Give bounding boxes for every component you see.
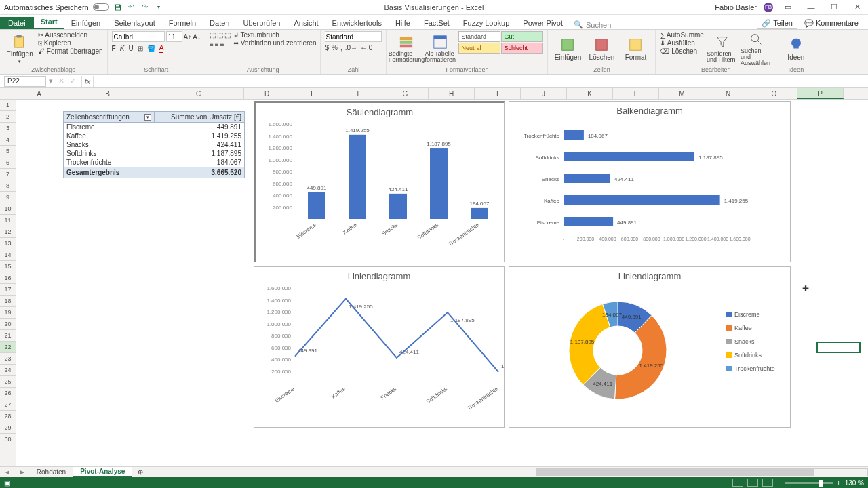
- row-header-12[interactable]: 12: [0, 226, 16, 238]
- sheet-tab-rohdaten[interactable]: Rohdaten: [30, 468, 73, 476]
- zoom-level[interactable]: 130 %: [845, 479, 864, 487]
- inc-decimal-icon[interactable]: .0→: [345, 44, 357, 52]
- page-break-view-icon[interactable]: [762, 479, 773, 487]
- col-header-P[interactable]: P: [797, 88, 844, 99]
- page-layout-view-icon[interactable]: [747, 479, 758, 487]
- minimize-icon[interactable]: —: [803, 1, 819, 14]
- ideas-button[interactable]: Ideen: [781, 31, 812, 66]
- row-header-28[interactable]: 28: [0, 411, 16, 422]
- row-header-2[interactable]: 2: [0, 111, 16, 123]
- tab-help[interactable]: Hilfe: [389, 17, 417, 29]
- chart-column[interactable]: Säulendiagramm -200.000400.000600.000800…: [254, 101, 505, 262]
- format-as-table-button[interactable]: Als Tabelle formatieren: [425, 31, 456, 66]
- col-header-M[interactable]: M: [659, 88, 705, 99]
- cells[interactable]: Zeilenbeschriftungen▾ Summe von Umsatz […: [16, 100, 868, 466]
- align-middle-icon[interactable]: ⬚: [217, 31, 223, 39]
- accept-formula-icon[interactable]: ✓: [67, 77, 79, 85]
- col-header-L[interactable]: L: [613, 88, 659, 99]
- horizontal-scrollbar[interactable]: [536, 468, 868, 476]
- row-header-1[interactable]: 1: [0, 100, 16, 111]
- row-header-11[interactable]: 11: [0, 215, 16, 226]
- tab-data[interactable]: Daten: [203, 17, 236, 29]
- cancel-formula-icon[interactable]: ✕: [56, 77, 67, 85]
- row-header-23[interactable]: 23: [0, 353, 16, 365]
- add-sheet-icon[interactable]: ⊕: [132, 468, 149, 476]
- undo-icon[interactable]: ↶: [127, 3, 136, 12]
- pivot-row[interactable]: Snacks424.411: [63, 140, 245, 149]
- row-header-13[interactable]: 13: [0, 238, 16, 249]
- wrap-text-button[interactable]: ↲ Textumbruch: [233, 31, 317, 39]
- col-header-E[interactable]: E: [290, 88, 336, 99]
- row-header-27[interactable]: 27: [0, 399, 16, 411]
- cells-format-button[interactable]: Format: [620, 31, 651, 66]
- row-header-24[interactable]: 24: [0, 365, 16, 376]
- italic-button[interactable]: K: [120, 45, 125, 52]
- tab-view[interactable]: Ansicht: [287, 17, 325, 29]
- name-box[interactable]: P22: [4, 76, 46, 87]
- merge-button[interactable]: ⬌ Verbinden und zentrieren: [233, 39, 317, 47]
- row-header-21[interactable]: 21: [0, 330, 16, 342]
- clear-button[interactable]: ⌫ Löschen: [660, 47, 703, 55]
- row-header-3[interactable]: 3: [0, 123, 16, 134]
- col-header-C[interactable]: C: [153, 88, 244, 99]
- bold-button[interactable]: F: [112, 45, 116, 52]
- zoom-out-icon[interactable]: −: [777, 479, 781, 487]
- align-top-icon[interactable]: ⬚: [210, 31, 216, 39]
- col-header-F[interactable]: F: [336, 88, 382, 99]
- fx-icon[interactable]: fx: [81, 76, 94, 87]
- row-header-19[interactable]: 19: [0, 307, 16, 319]
- cells-insert-button[interactable]: Einfügen: [552, 31, 583, 66]
- number-format-select[interactable]: [325, 31, 382, 42]
- row-header-15[interactable]: 15: [0, 261, 16, 272]
- col-header-A[interactable]: A: [16, 88, 62, 99]
- comma-icon[interactable]: ,: [340, 44, 342, 52]
- select-all-corner[interactable]: [0, 88, 16, 100]
- row-header-5[interactable]: 5: [0, 146, 16, 157]
- pivot-filter-dropdown[interactable]: ▾: [144, 114, 151, 121]
- sort-filter-button[interactable]: Sortieren und Filtern: [707, 31, 738, 66]
- normal-view-icon[interactable]: [732, 479, 743, 487]
- border-button[interactable]: ⊞: [138, 45, 143, 52]
- autosum-button[interactable]: ∑ AutoSumme: [660, 31, 703, 39]
- col-header-G[interactable]: G: [382, 88, 429, 99]
- font-name-input[interactable]: [112, 31, 165, 42]
- cells-delete-button[interactable]: Löschen: [586, 31, 617, 66]
- tab-dev[interactable]: Entwicklertools: [326, 17, 389, 29]
- tab-file[interactable]: Datei: [0, 17, 34, 29]
- col-header-H[interactable]: H: [429, 88, 475, 99]
- style-gut[interactable]: Gut: [501, 31, 543, 42]
- close-icon[interactable]: ✕: [849, 1, 865, 14]
- zoom-in-icon[interactable]: +: [837, 479, 841, 487]
- underline-button[interactable]: U: [128, 45, 133, 52]
- copy-button[interactable]: ⎘ Kopieren: [38, 39, 103, 47]
- user-avatar[interactable]: FB: [764, 3, 773, 12]
- chart-bar[interactable]: Balkendiagramm 184.067Trockenfrüchte1.18…: [509, 101, 791, 262]
- fill-button[interactable]: ⬇ Ausfüllen: [660, 39, 703, 47]
- row-header-17[interactable]: 17: [0, 284, 16, 296]
- col-header-J[interactable]: J: [521, 88, 567, 99]
- tab-insert[interactable]: Einfügen: [64, 17, 107, 29]
- save-icon[interactable]: [113, 3, 123, 12]
- col-header-B[interactable]: B: [62, 88, 153, 99]
- font-size-input[interactable]: [166, 31, 182, 42]
- col-header-O[interactable]: O: [751, 88, 797, 99]
- row-header-16[interactable]: 16: [0, 272, 16, 284]
- chart-doughnut[interactable]: Liniendiagramm 449.8911.419.255424.4111.…: [509, 266, 791, 428]
- tab-powerpivot[interactable]: Power Pivot: [516, 17, 570, 29]
- row-header-14[interactable]: 14: [0, 249, 16, 261]
- tab-formulas[interactable]: Formeln: [162, 17, 203, 29]
- pivot-row[interactable]: Softdrinks1.187.895: [63, 149, 245, 158]
- currency-icon[interactable]: $: [325, 44, 329, 52]
- tab-start[interactable]: Start: [34, 16, 64, 29]
- row-header-4[interactable]: 4: [0, 134, 16, 146]
- redo-icon[interactable]: ↷: [140, 3, 150, 12]
- paste-button[interactable]: Einfügen▾: [4, 31, 35, 66]
- pivot-row[interactable]: Trockenfrüchte184.067: [63, 158, 245, 167]
- dec-decimal-icon[interactable]: ←.0: [360, 44, 372, 52]
- style-neutral[interactable]: Neutral: [458, 43, 500, 54]
- tab-fuzzy[interactable]: Fuzzy Lookup: [456, 17, 516, 29]
- row-header-8[interactable]: 8: [0, 180, 16, 192]
- row-header-22[interactable]: 22: [0, 342, 16, 353]
- percent-icon[interactable]: %: [332, 44, 338, 52]
- chart-line[interactable]: Liniendiagramm -200.000400.000600.000800…: [254, 266, 505, 428]
